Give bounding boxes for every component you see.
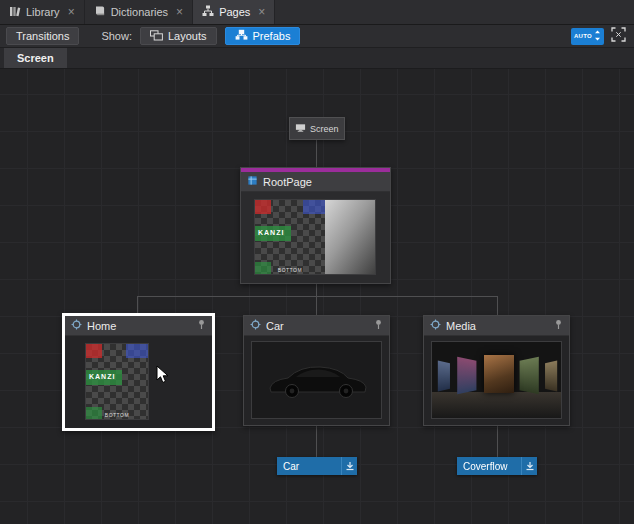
- node-header[interactable]: Car: [244, 316, 389, 336]
- screen-view-tab[interactable]: Screen: [4, 48, 67, 68]
- car-thumbnail: [251, 341, 382, 419]
- node-body: KANZI BOTTOM: [65, 336, 212, 427]
- node-label: RootPage: [263, 176, 312, 188]
- tab-label: Dictionaries: [111, 6, 168, 18]
- node-screen[interactable]: Screen: [289, 117, 345, 140]
- close-icon[interactable]: ×: [258, 6, 265, 18]
- node-label: Car: [266, 320, 284, 332]
- button-label: AUTO: [574, 33, 592, 39]
- connector-line: [497, 426, 498, 457]
- pin-icon[interactable]: [554, 319, 563, 332]
- connector-line: [137, 296, 138, 313]
- node-label: Screen: [310, 124, 339, 134]
- insert-icon[interactable]: [521, 457, 537, 475]
- screen-icon: [295, 123, 306, 135]
- auto-arrange-button[interactable]: AUTO: [571, 28, 604, 45]
- connector-line: [316, 140, 317, 167]
- node-label: Home: [87, 320, 116, 332]
- layouts-icon: [150, 30, 163, 43]
- close-icon[interactable]: ×: [176, 6, 183, 18]
- show-label: Show:: [101, 30, 132, 42]
- connector-line: [316, 296, 317, 315]
- insert-icon[interactable]: [341, 457, 357, 475]
- prefab-icon: [71, 319, 82, 332]
- rootpage-thumbnail: KANZI BOTTOM: [254, 199, 376, 275]
- tab-label: Pages: [219, 6, 250, 18]
- prefab-icon: [250, 319, 261, 332]
- thumb-red-block: [86, 344, 102, 358]
- connector-line: [497, 296, 498, 315]
- node-home[interactable]: Home KANZI BOTTOM: [62, 313, 215, 431]
- thumb-blue-block: [126, 344, 148, 358]
- tab-label: Library: [26, 6, 60, 18]
- badge-coverflow[interactable]: Coverflow: [457, 457, 537, 475]
- thumb-red-block: [255, 200, 271, 214]
- prefabs-toggle-button[interactable]: Prefabs: [225, 27, 301, 45]
- tab-pages[interactable]: Pages ×: [193, 0, 275, 24]
- coverflow-panel: [438, 360, 450, 391]
- home-thumbnail: KANZI BOTTOM: [85, 343, 149, 420]
- connector-line: [137, 296, 498, 297]
- thumb-bottom-label: BOTTOM: [86, 412, 148, 418]
- coverflow-panel: [457, 357, 476, 395]
- badge-label: Coverflow: [457, 461, 521, 472]
- coverflow-panel: [545, 360, 557, 391]
- transitions-button[interactable]: Transitions: [6, 27, 79, 45]
- thumbnail-checker-region: KANZI BOTTOM: [255, 200, 325, 274]
- button-label: Layouts: [168, 30, 207, 42]
- thumb-blue-block: [303, 200, 325, 214]
- node-label: Media: [446, 320, 476, 332]
- connector-line: [316, 284, 317, 296]
- media-thumbnail: [431, 341, 562, 419]
- view-tab-label: Screen: [17, 52, 54, 64]
- badge-label: Car: [277, 461, 341, 472]
- layouts-toggle-button[interactable]: Layouts: [140, 27, 217, 45]
- node-header[interactable]: RootPage: [241, 172, 390, 192]
- thumb-kanzi-label: KANZI: [89, 373, 115, 380]
- pages-toolbar: Transitions Show: Layouts Prefabs AUTO: [0, 25, 634, 48]
- pages-editor-window: Library × Dictionaries × Pages × Transit…: [0, 0, 634, 524]
- tab-library[interactable]: Library ×: [0, 0, 85, 24]
- view-tab-strip: Screen: [0, 48, 634, 69]
- coverflow-panel: [520, 357, 539, 395]
- toolbar-right-group: AUTO: [571, 27, 628, 45]
- coverflow-center-panel: [484, 355, 514, 393]
- node-car[interactable]: Car: [243, 315, 390, 426]
- button-label: Prefabs: [253, 30, 291, 42]
- pin-icon[interactable]: [197, 319, 206, 332]
- fit-screen-button[interactable]: [608, 27, 628, 45]
- pages-icon: [202, 5, 214, 19]
- pages-graph-canvas[interactable]: Screen RootPage KANZI B: [0, 69, 634, 524]
- fit-screen-icon: [611, 27, 626, 46]
- car-image: [262, 356, 372, 404]
- mouse-cursor: [156, 365, 170, 389]
- document-tab-bar: Library × Dictionaries × Pages ×: [0, 0, 634, 25]
- coverflow-floor: [432, 392, 561, 418]
- thumb-bottom-label: BOTTOM: [255, 267, 325, 273]
- prefabs-icon: [235, 29, 248, 43]
- button-label: Transitions: [16, 30, 69, 42]
- connector-line: [316, 426, 317, 457]
- node-body: [244, 336, 389, 425]
- badge-car[interactable]: Car: [277, 457, 357, 475]
- dictionaries-icon: [94, 5, 106, 19]
- thumb-kanzi-label: KANZI: [258, 229, 284, 236]
- sort-arrows-icon: [594, 30, 601, 42]
- close-icon[interactable]: ×: [68, 6, 75, 18]
- node-header[interactable]: Media: [424, 316, 569, 336]
- node-media[interactable]: Media: [423, 315, 570, 426]
- node-rootpage[interactable]: RootPage KANZI BOTTOM: [240, 167, 391, 284]
- tab-dictionaries[interactable]: Dictionaries ×: [85, 0, 193, 24]
- pin-icon[interactable]: [374, 319, 383, 332]
- node-body: [424, 336, 569, 425]
- prefab-icon: [430, 319, 441, 332]
- thumbnail-gradient-region: [325, 200, 375, 274]
- node-header[interactable]: Home: [65, 316, 212, 336]
- node-body: KANZI BOTTOM: [241, 192, 390, 283]
- page-icon: [247, 175, 258, 188]
- library-icon: [9, 5, 21, 19]
